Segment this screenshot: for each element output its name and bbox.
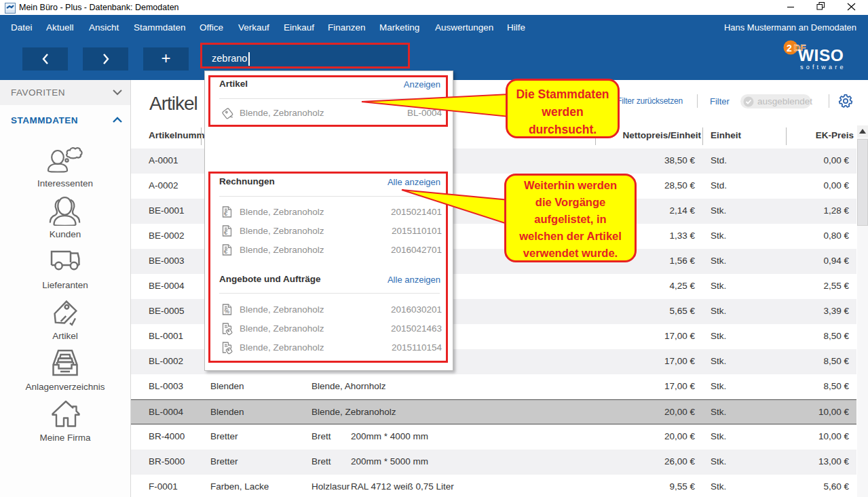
svg-text:software: software <box>800 64 846 71</box>
svg-text:WISO: WISO <box>798 46 844 64</box>
svg-text:€: € <box>224 210 228 217</box>
svg-text:€: € <box>224 247 228 255</box>
svg-text:2: 2 <box>787 43 792 54</box>
svg-text:€: € <box>224 228 228 236</box>
svg-text:%: % <box>225 308 230 315</box>
